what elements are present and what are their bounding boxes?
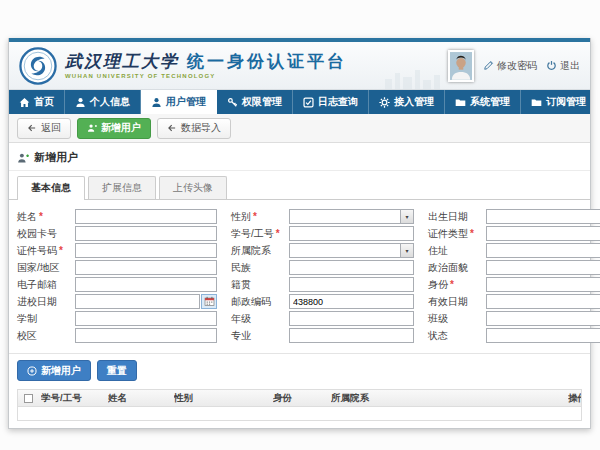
dropdown-arrow-icon: ▾ — [400, 244, 413, 257]
form-field: 政治面貌 — [428, 259, 600, 276]
text-input[interactable] — [289, 260, 414, 275]
university-name: 武汉理工大学 — [65, 51, 179, 71]
field-label: 国家/地区 — [17, 261, 60, 275]
form-tab[interactable]: 扩展信息 — [88, 176, 156, 199]
reset-button-label: 重置 — [107, 364, 127, 378]
text-input[interactable] — [289, 294, 414, 309]
form-field: 校区 — [17, 327, 217, 344]
nav-tab-label: 订阅管理 — [546, 95, 586, 109]
form-field: 国家/地区 — [17, 259, 217, 276]
text-input[interactable] — [486, 260, 600, 275]
app-title-block: 武汉理工大学统一身份认证平台 WUHAN UNIVERSITY OF TECHN… — [65, 52, 347, 79]
field-label: 出生日期 — [428, 210, 468, 224]
key-icon — [227, 97, 238, 108]
table-header-cell[interactable]: 身份 — [273, 392, 331, 405]
nav-tab[interactable]: 系统管理 — [445, 90, 521, 114]
field-label: 所属院系 — [231, 244, 271, 258]
reset-button[interactable]: 重置 — [97, 360, 137, 381]
logout-label: 退出 — [560, 59, 580, 73]
text-input[interactable] — [289, 226, 414, 241]
plus-circle-icon — [27, 366, 37, 376]
form-tab[interactable]: 上传头像 — [159, 176, 227, 199]
required-marker: * — [39, 211, 43, 222]
nav-tab-label: 个人信息 — [90, 95, 130, 109]
table-header-cell[interactable]: 操作 — [568, 392, 581, 405]
nav-tab[interactable]: 权限管理 — [217, 90, 293, 114]
form-field: 证件类型 * — [428, 225, 600, 242]
nav-tab[interactable]: 首页 — [9, 90, 65, 114]
add-user-toolbar-button[interactable]: 新增用户 — [77, 118, 151, 139]
skyline-graphic — [385, 70, 440, 89]
back-button[interactable]: 返回 — [17, 118, 71, 139]
text-input[interactable] — [486, 277, 600, 292]
text-input[interactable] — [289, 328, 414, 343]
field-label: 电子邮箱 — [17, 278, 57, 292]
date-input[interactable] — [486, 294, 600, 309]
nav-tab[interactable]: 日志查询 — [293, 90, 369, 114]
text-input[interactable] — [486, 328, 600, 343]
add-user-toolbar-label: 新增用户 — [101, 121, 141, 135]
university-logo-icon — [19, 47, 57, 85]
text-input[interactable] — [486, 226, 600, 241]
nav-tab[interactable]: 接入管理 — [369, 90, 445, 114]
field-label: 民族 — [231, 261, 251, 275]
text-input[interactable] — [75, 328, 217, 343]
field-label: 邮政编码 — [231, 295, 271, 309]
field-label: 有效日期 — [428, 295, 468, 309]
date-input[interactable] — [75, 294, 200, 309]
calendar-icon[interactable] — [201, 294, 217, 309]
nav-tab[interactable]: 个人信息 — [65, 90, 141, 114]
app-window: 武汉理工大学统一身份认证平台 WUHAN UNIVERSITY OF TECHN… — [8, 38, 591, 429]
main-nav: 首页 个人信息 用户管理 权限管理 日志查询 — [9, 90, 590, 114]
text-input[interactable] — [75, 243, 217, 258]
text-input[interactable] — [75, 260, 217, 275]
nav-tab[interactable]: 订阅管理 — [521, 90, 597, 114]
text-input[interactable] — [289, 277, 414, 292]
required-marker: * — [253, 211, 257, 222]
data-import-label: 数据导入 — [181, 121, 221, 135]
change-password-link[interactable]: 修改密码 — [483, 59, 537, 73]
dropdown-arrow-icon: ▾ — [400, 210, 413, 223]
table-header-cell[interactable]: 所属院系 — [331, 392, 568, 405]
field-label: 学制 — [17, 312, 37, 326]
avatar[interactable] — [448, 50, 474, 82]
text-input[interactable] — [75, 209, 217, 224]
toolbar: 返回 新增用户 数据导入 — [9, 114, 590, 143]
text-input[interactable] — [75, 277, 217, 292]
university-name-en: WUHAN UNIVERSITY OF TECHNOLOGY — [65, 73, 347, 80]
text-input[interactable] — [75, 226, 217, 241]
required-marker: * — [450, 279, 454, 290]
section-title: 新增用户 — [34, 150, 78, 165]
form-field: 学制 — [17, 310, 217, 327]
form-field: 专业 — [231, 327, 414, 344]
submit-add-user-button[interactable]: 新增用户 — [17, 360, 91, 381]
text-input[interactable] — [289, 311, 414, 326]
nav-tab[interactable]: 用户管理 — [141, 90, 217, 114]
text-input[interactable] — [486, 311, 600, 326]
field-label: 姓名 — [17, 210, 37, 224]
text-input[interactable] — [75, 311, 217, 326]
data-import-button[interactable]: 数据导入 — [157, 118, 231, 139]
select-all-checkbox[interactable] — [24, 394, 33, 403]
nav-tab-label: 权限管理 — [242, 95, 282, 109]
change-password-label: 修改密码 — [497, 59, 537, 73]
form-tab[interactable]: 基本信息 — [17, 176, 85, 200]
table-header-cell[interactable]: 姓名 — [108, 392, 174, 405]
date-input[interactable] — [486, 209, 600, 224]
folder-icon — [455, 97, 466, 108]
table-header-cell[interactable]: 学号/工号 — [41, 392, 108, 405]
users-icon — [151, 97, 162, 108]
form-field: 出生日期 — [428, 208, 600, 225]
select-input[interactable]: ▾ — [289, 209, 414, 224]
field-label: 进校日期 — [17, 295, 57, 309]
table-header-cell[interactable]: 性别 — [174, 392, 273, 405]
field-label: 证件类型 — [428, 227, 468, 241]
text-input[interactable] — [486, 243, 600, 258]
field-label: 校区 — [17, 329, 37, 343]
gear-icon — [379, 97, 390, 108]
logout-link[interactable]: 退出 — [546, 59, 580, 73]
required-marker: * — [276, 228, 280, 239]
form-field: 邮政编码 — [231, 293, 414, 310]
form-field: 民族 — [231, 259, 414, 276]
select-input[interactable]: ▾ — [289, 243, 414, 258]
